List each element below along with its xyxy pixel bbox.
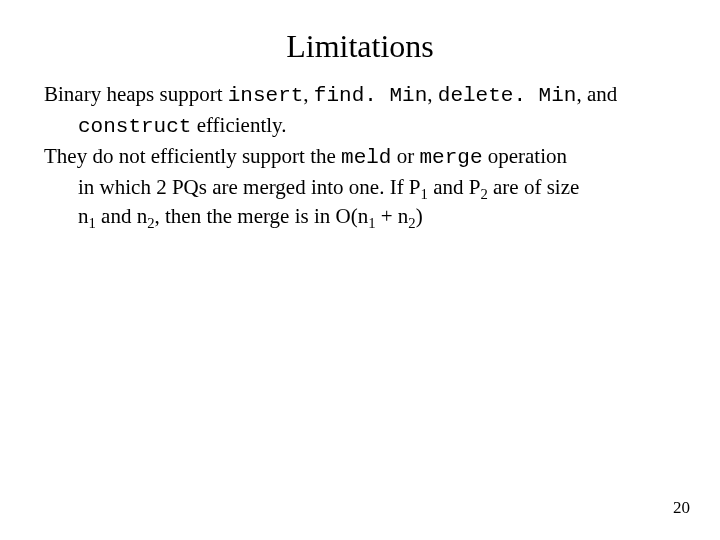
text: are of size: [488, 175, 580, 199]
text: ): [416, 204, 423, 228]
slide: Limitations Binary heaps support insert,…: [0, 0, 720, 540]
text: They do not efficiently support the: [44, 144, 341, 168]
text: efficiently.: [191, 113, 286, 137]
text: operation: [482, 144, 567, 168]
text: ,: [427, 82, 438, 106]
subscript: 1: [421, 186, 428, 202]
code-merge: merge: [419, 146, 482, 169]
slide-title: Limitations: [44, 28, 676, 65]
text: and P: [428, 175, 481, 199]
page-number: 20: [673, 498, 690, 518]
text: in which 2 PQs are merged into one. If P: [78, 175, 421, 199]
code-deletemin: delete. Min: [438, 84, 577, 107]
text: , and: [576, 82, 617, 106]
subscript: 2: [480, 186, 487, 202]
line-4: in which 2 PQs are merged into one. If P…: [44, 174, 676, 201]
text: n: [78, 204, 89, 228]
subscript: 1: [368, 215, 375, 231]
text: Binary heaps support: [44, 82, 228, 106]
line-3: They do not efficiently support the meld…: [44, 143, 676, 172]
code-findmin: find. Min: [314, 84, 427, 107]
text: or: [391, 144, 419, 168]
code-construct: construct: [78, 115, 191, 138]
line-2: construct efficiently.: [44, 112, 676, 141]
code-meld: meld: [341, 146, 391, 169]
text: ,: [303, 82, 314, 106]
line-5: n1 and n2, then the merge is in O(n1 + n…: [44, 203, 676, 230]
text: + n: [376, 204, 409, 228]
subscript: 2: [147, 215, 154, 231]
subscript: 2: [408, 215, 415, 231]
code-insert: insert: [228, 84, 304, 107]
text: , then the merge is in O(n: [155, 204, 369, 228]
text: and n: [96, 204, 147, 228]
slide-body: Binary heaps support insert, find. Min, …: [44, 81, 676, 229]
line-1: Binary heaps support insert, find. Min, …: [44, 81, 676, 110]
subscript: 1: [89, 215, 96, 231]
